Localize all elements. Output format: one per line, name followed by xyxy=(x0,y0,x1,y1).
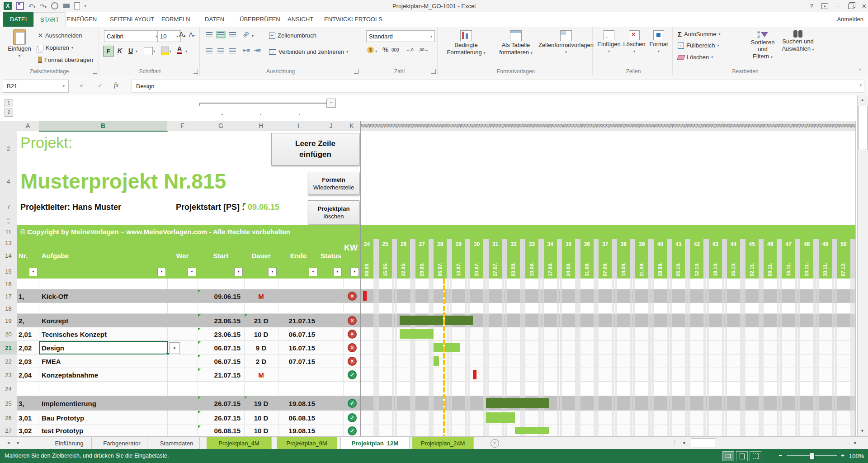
close-button[interactable]: × xyxy=(862,2,866,10)
row-header-15[interactable]: 15 xyxy=(0,265,17,279)
name-box-dropdown[interactable]: ▾ xyxy=(63,84,65,88)
font-color-icon[interactable]: A xyxy=(177,46,182,54)
row-header-23[interactable]: 23 xyxy=(0,368,17,382)
outline-level-1-button[interactable]: 1 xyxy=(5,99,13,107)
insert-function-icon[interactable]: fx xyxy=(114,82,118,89)
bold-button[interactable]: F xyxy=(103,46,114,57)
vertical-scrollbar-track[interactable] xyxy=(857,95,868,436)
underline-dropdown[interactable]: ▾ xyxy=(136,49,137,53)
selected-cell[interactable] xyxy=(39,341,168,354)
row-header-9[interactable]: 9 xyxy=(0,221,17,225)
row-header-8[interactable]: 8 xyxy=(0,217,17,222)
filter-dropdown-I[interactable]: ▼ xyxy=(309,268,317,276)
align-center-icon[interactable] xyxy=(217,48,224,53)
sheet-tab-projektplan_12m[interactable]: Projektplan_12M xyxy=(340,437,410,450)
zoom-slider-thumb[interactable] xyxy=(810,453,815,460)
font-family-select[interactable]: Calibri▾ xyxy=(104,30,160,42)
increase-indent-icon[interactable]: ⇥≡ xyxy=(254,47,261,53)
row-header-21[interactable]: 21 xyxy=(0,341,18,355)
row-header-14[interactable]: 14 xyxy=(0,247,17,265)
vscroll-down-icon[interactable]: ▼ xyxy=(860,429,864,433)
insert-empty-row-button[interactable]: Leere Zeileeinfügen xyxy=(271,133,359,165)
fill-color-dropdown[interactable]: ▾ xyxy=(170,49,171,53)
autosum-button[interactable]: Σ AutoSumme▾ xyxy=(678,30,721,38)
format-painter-button[interactable]: Format übertragen xyxy=(38,57,93,63)
cell-dropdown-button[interactable]: ▼ xyxy=(169,342,180,354)
row-header-7[interactable]: 7 xyxy=(0,197,17,217)
row-header-19[interactable]: 19 xyxy=(0,314,17,328)
restore-button[interactable] xyxy=(848,4,854,9)
help-button[interactable]: ? xyxy=(810,3,813,9)
orientation-icon[interactable]: ab xyxy=(241,30,250,38)
row-header-2[interactable]: 2 xyxy=(0,131,17,166)
page-layout-view-icon[interactable] xyxy=(736,451,748,461)
font-color-dropdown[interactable]: ▾ xyxy=(185,49,187,53)
zoom-out-button[interactable]: − xyxy=(778,452,782,459)
selection-fill-handle[interactable] xyxy=(165,353,170,357)
clipboard-dialog-launcher[interactable] xyxy=(93,69,97,74)
cancel-icon[interactable]: × xyxy=(80,82,83,90)
align-bottom-icon[interactable] xyxy=(229,32,236,37)
sheet-tab-projektplan_24m[interactable]: Projektplan_24M xyxy=(412,437,474,449)
ribbon-tab-seitenlayout[interactable]: SEITENLAYOUT xyxy=(109,12,155,27)
fill-button[interactable]: ↓ Füllbereich▾ xyxy=(678,42,719,49)
fill-color-icon[interactable] xyxy=(161,47,169,55)
thousands-icon[interactable]: 000 xyxy=(392,47,399,52)
align-left-icon[interactable] xyxy=(206,48,212,53)
increase-decimal-icon[interactable]: ←,0 xyxy=(406,47,414,52)
number-format-select[interactable]: Standard▾ xyxy=(366,30,435,42)
expand-formula-bar-icon[interactable]: ▾ xyxy=(860,83,862,87)
column-header-B[interactable]: B xyxy=(39,121,168,132)
number-dialog-launcher[interactable] xyxy=(431,69,436,74)
sheet-nav-next-icon[interactable]: ► xyxy=(16,440,20,445)
filter-dropdown-A[interactable]: ▼ xyxy=(29,268,38,276)
borders-icon[interactable] xyxy=(144,47,153,55)
cell-styles-button[interactable]: Zellenformatvorlagen ▾ xyxy=(542,30,590,56)
collapse-ribbon-icon[interactable]: ⌃ xyxy=(858,68,862,74)
hscroll-right-icon[interactable]: ► xyxy=(854,440,858,445)
page-break-view-icon[interactable] xyxy=(750,451,761,461)
hscroll-left-icon[interactable]: ◄ xyxy=(682,440,686,445)
align-right-icon[interactable] xyxy=(229,48,236,53)
column-header-J[interactable]: J xyxy=(319,121,344,131)
borders-dropdown[interactable]: ▾ xyxy=(153,49,155,53)
row-header-18[interactable]: 18 xyxy=(0,303,17,314)
row-header-4[interactable]: 4 xyxy=(0,166,17,197)
find-select-button[interactable]: Suchen und Auswählen ▾ xyxy=(781,30,815,53)
column-header-I[interactable]: I xyxy=(278,121,319,131)
filter-dropdown-F[interactable]: ▼ xyxy=(188,268,196,276)
minimize-button[interactable]: − xyxy=(836,3,840,9)
column-header-K[interactable]: K xyxy=(343,121,361,131)
row-header-16[interactable]: 16 xyxy=(0,279,17,290)
row-header-25[interactable]: 25 xyxy=(0,396,17,411)
row-header-26[interactable]: 26 xyxy=(0,411,17,425)
filter-dropdown-J[interactable]: ▼ xyxy=(333,268,342,276)
ribbon-display-options-icon[interactable]: ▴ xyxy=(821,3,828,9)
restore-formulas-button[interactable]: FormelnWiederherstelle xyxy=(308,172,359,195)
insert-cells-button[interactable]: ← Einfügen▾ xyxy=(597,30,621,55)
conditional-formatting-button[interactable]: Bedingte Formatierung ▾ xyxy=(442,30,490,57)
row-header-11[interactable]: 11 xyxy=(0,225,17,240)
italic-button[interactable]: K xyxy=(115,46,125,56)
sheet-nav-prev-icon[interactable]: ◄ xyxy=(6,440,10,445)
decrease-indent-icon[interactable]: ⇤≡ xyxy=(243,47,250,53)
ribbon-tab-überprüfen[interactable]: ÜBERPRÜFEN xyxy=(239,12,281,27)
enter-icon[interactable]: ✓ xyxy=(98,82,103,89)
row-header-24[interactable]: 24 xyxy=(0,382,17,397)
ribbon-tab-start[interactable]: START xyxy=(33,12,66,27)
currency-icon[interactable]: $ xyxy=(367,47,374,53)
name-box[interactable]: B21 ▾ xyxy=(3,80,69,93)
shrink-font-button[interactable]: A▾ xyxy=(189,31,195,38)
wrap-text-button[interactable]: ↵ Zeilenumbruch xyxy=(269,32,316,39)
ribbon-tab-datei[interactable]: DATEI xyxy=(3,12,34,27)
new-sheet-button[interactable]: + xyxy=(491,439,499,448)
formula-input[interactable]: Design xyxy=(131,80,864,93)
ribbon-tab-entwicklertools[interactable]: ENTWICKLERTOOLS xyxy=(323,12,383,27)
underline-button[interactable]: U xyxy=(126,46,136,56)
ribbon-tab-einfügen[interactable]: EINFÜGEN xyxy=(66,12,98,27)
filter-dropdown-B[interactable]: ▼ xyxy=(157,268,166,276)
sheet-tab-projektplan_9m[interactable]: Projektplan_9M xyxy=(277,437,337,449)
clear-button[interactable]: Löschen▾ xyxy=(678,54,713,61)
ribbon-tab-formeln[interactable]: FORMELN xyxy=(160,12,191,27)
font-size-select[interactable]: 10▾ xyxy=(157,30,181,42)
